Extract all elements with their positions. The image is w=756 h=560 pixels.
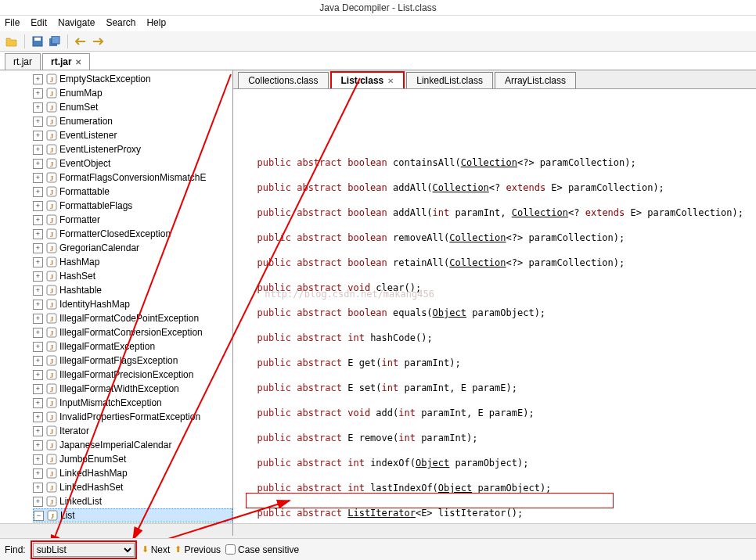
tree-expander-icon[interactable]: + [33, 356, 43, 366]
tree-item[interactable]: +JHashMap [33, 255, 232, 269]
tree-expander-icon[interactable]: + [33, 300, 43, 310]
tree-expander-icon[interactable]: + [33, 215, 43, 225]
find-next-button[interactable]: ⬇ Next [142, 544, 171, 555]
jar-tab[interactable]: rt.jar✕ [42, 53, 90, 70]
tree-expander-icon[interactable]: + [33, 187, 43, 197]
tree-expander-icon[interactable]: + [33, 88, 43, 99]
tree-expander-icon[interactable]: + [33, 257, 43, 267]
find-input[interactable]: subList [33, 543, 135, 557]
find-previous-button[interactable]: ⬆ Previous [175, 544, 221, 555]
editor-tab[interactable]: List.class✕ [330, 71, 405, 88]
tree-expander-icon[interactable]: − [34, 511, 44, 521]
tree-item[interactable]: +JEnumSet [33, 100, 232, 114]
tree-item[interactable]: +JEventListenerProxy [33, 142, 232, 156]
tree-expander-icon[interactable]: + [33, 74, 43, 84]
open-file-icon[interactable] [5, 34, 19, 48]
case-sensitive-input[interactable] [225, 544, 236, 555]
tree-item[interactable]: +JJapaneseImperialCalendar [33, 438, 232, 452]
tree-expander-icon[interactable]: + [33, 201, 43, 211]
tree-expander-icon[interactable]: + [33, 328, 43, 338]
tree-item[interactable]: +JEventObject [33, 156, 232, 171]
tree-expander-icon[interactable]: + [33, 342, 43, 352]
tree-expander-icon[interactable]: + [33, 145, 43, 155]
tree-expander-icon[interactable]: + [33, 483, 43, 493]
svg-text:J: J [50, 498, 54, 506]
tree-item[interactable]: +JLinkedHashSet [33, 480, 232, 494]
tree-expander-icon[interactable]: + [33, 454, 43, 465]
code-line [246, 344, 743, 357]
svg-text:J: J [50, 442, 54, 450]
menu-navigate[interactable]: Navigate [58, 17, 95, 30]
tree-item[interactable]: +JJumboEnumSet [33, 452, 232, 466]
back-icon[interactable] [74, 34, 88, 48]
tree-expander-icon[interactable]: + [33, 243, 43, 253]
jar-tab[interactable]: rt.jar [5, 53, 41, 70]
tree-expander-icon[interactable]: + [33, 285, 43, 296]
save-icon[interactable] [31, 34, 45, 48]
tree-expander-icon[interactable]: + [33, 384, 43, 394]
tree-item[interactable]: +JIdentityHashMap [33, 297, 232, 311]
tree-item-label: IllegalFormatPrecisionException [59, 369, 193, 380]
tree-item[interactable]: +JInvalidPropertiesFormatException [33, 410, 232, 424]
tree-expander-icon[interactable]: + [33, 102, 43, 113]
menu-file[interactable]: File [5, 17, 20, 30]
case-sensitive-checkbox[interactable]: Case sensitive [225, 544, 299, 555]
tree-item[interactable]: +JIllegalFormatFlagsException [33, 354, 232, 368]
editor-tab[interactable]: ArrayList.class [495, 72, 576, 88]
tree-item[interactable]: +JFormattableFlags [33, 199, 232, 213]
tree-item[interactable]: +JLinkedList [33, 494, 232, 508]
package-tree[interactable]: +JEmptyStackException+JEnumMap+JEnumSet+… [0, 70, 232, 536]
tree-item[interactable]: +JLinkedHashMap [33, 466, 232, 480]
tree-item[interactable]: +JEnumeration [33, 114, 232, 128]
tree-hscroll[interactable] [0, 523, 232, 536]
editor-hscroll[interactable] [233, 523, 756, 536]
tree-expander-icon[interactable]: + [33, 229, 43, 239]
tree-item-label: Hashtable [59, 285, 102, 296]
tree-expander-icon[interactable]: + [33, 497, 43, 507]
package-tree-panel: +JEmptyStackException+JEnumMap+JEnumSet+… [0, 70, 233, 536]
tree-expander-icon[interactable]: + [33, 468, 43, 479]
code-line: public abstract E set(int paramInt, E pa… [246, 382, 743, 394]
menu-search[interactable]: Search [106, 17, 135, 30]
tree-item[interactable]: +JIllegalFormatConversionException [33, 325, 232, 339]
tree-item[interactable]: +JFormatFlagsConversionMismatchE [33, 171, 232, 185]
tree-expander-icon[interactable]: + [33, 271, 43, 282]
tree-expander-icon[interactable]: + [33, 426, 43, 436]
tree-expander-icon[interactable]: + [33, 398, 43, 408]
tree-expander-icon[interactable]: + [33, 370, 43, 380]
editor-tab[interactable]: LinkedList.class [406, 72, 493, 88]
tree-item[interactable]: +JIllegalFormatCodePointException [33, 311, 232, 325]
tree-item[interactable]: +JEnumMap [33, 86, 232, 100]
tree-item[interactable]: +JHashSet [33, 269, 232, 283]
tree-expander-icon[interactable]: + [33, 440, 43, 451]
tree-expander-icon[interactable]: + [33, 173, 43, 183]
tree-item[interactable]: +JIllegalFormatException [33, 339, 232, 354]
tree-item[interactable]: +JIterator [33, 424, 232, 438]
editor-tab[interactable]: Collections.class [238, 72, 328, 88]
tree-expander-icon[interactable]: + [33, 412, 43, 422]
tree-item[interactable]: +JIllegalFormatWidthException [33, 382, 232, 396]
tree-expander-icon[interactable]: + [33, 131, 43, 141]
tree-item[interactable]: +JFormatterClosedException [33, 227, 232, 241]
tree-item[interactable]: +JIllegalFormatPrecisionException [33, 368, 232, 382]
tree-item[interactable]: +JEmptyStackException [33, 72, 232, 86]
editor-tab-label: Collections.class [248, 75, 318, 86]
save-all-icon[interactable] [48, 34, 62, 48]
tree-expander-icon[interactable]: + [33, 117, 43, 127]
java-file-icon: J [46, 242, 57, 253]
tree-item[interactable]: +JInputMismatchException [33, 396, 232, 410]
tree-item[interactable]: +JHashtable [33, 283, 232, 297]
menu-edit[interactable]: Edit [31, 17, 47, 30]
tree-expander-icon[interactable]: + [33, 314, 43, 324]
forward-icon[interactable] [91, 34, 105, 48]
tree-item[interactable]: +JFormattable [33, 185, 232, 199]
code-editor[interactable]: http://blog.csdn.net/makang456 public ab… [233, 89, 756, 536]
tree-item[interactable]: +JGregorianCalendar [33, 241, 232, 255]
tree-item[interactable]: +JEventListener [33, 128, 232, 142]
tree-item[interactable]: −JList [33, 508, 232, 522]
close-icon[interactable]: ✕ [75, 58, 81, 66]
menu-help[interactable]: Help [146, 17, 166, 30]
tree-expander-icon[interactable]: + [33, 159, 43, 169]
tree-item[interactable]: +JFormatter [33, 213, 232, 227]
close-icon[interactable]: ✕ [387, 77, 394, 85]
